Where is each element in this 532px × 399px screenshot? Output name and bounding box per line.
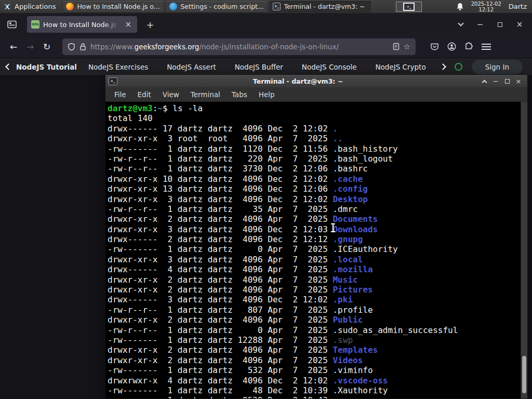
terminal-line: -rw-r--r-- 1 dartz dartz 35 Apr 7 2025 .… <box>108 204 519 214</box>
terminal-line: drwxr-xr-x 3 root root 4096 Apr 7 2025 .… <box>108 134 519 143</box>
terminal-title: Terminal - dartz@vm3: ~ <box>117 77 478 85</box>
terminal-content[interactable]: dartz@vm3:~$ ls -latotal 140drwx------ 1… <box>105 102 527 398</box>
workspace-terminal-thumbnail-icon: >_ <box>403 3 415 11</box>
maximize-icon <box>498 22 502 27</box>
terminal-line: -rw-r--r-- 1 dartz dartz 220 Apr 7 2025 … <box>108 154 519 164</box>
new-tab-button[interactable]: + <box>142 17 158 32</box>
taskbar-button-label: Settings - codium script... <box>180 3 263 10</box>
terminal-line: drwxr-xr-x 2 dartz dartz 4096 Apr 7 2025… <box>108 275 519 285</box>
panel-clock[interactable]: 2025-12-02 12:12 <box>471 1 501 12</box>
workspace-pager[interactable]: >_ <box>396 2 422 12</box>
firefox-view-icon <box>7 20 17 29</box>
terminal-line: -rw-rw-r-- 1 dartz dartz 9529 Dec 2 10:4… <box>108 395 519 398</box>
nav-item[interactable]: NodeJS Buffer <box>235 63 283 71</box>
taskbar-button-firefox[interactable]: How to Install Node.js o... <box>62 1 164 12</box>
list-all-tabs-button[interactable] <box>453 17 469 32</box>
terminal-maximize-button[interactable] <box>501 76 513 86</box>
window-close-button[interactable]: × <box>511 17 528 32</box>
reload-button[interactable]: ↻ <box>38 38 55 55</box>
terminal-line: drwxr-xr-x 3 dartz dartz 4096 Dec 2 12:0… <box>108 194 519 204</box>
terminal-line: -rw-r--r-- 1 dartz dartz 3730 Dec 2 12:0… <box>108 164 519 174</box>
terminal-line: drwxr-xr-x 2 dartz dartz 4096 Apr 7 2025… <box>108 214 519 224</box>
window-minimize-button[interactable]: − <box>472 17 488 32</box>
terminal-line: drwxr-xr-x 3 dartz dartz 4096 Dec 2 12:0… <box>108 224 519 234</box>
nav-item[interactable]: NodeJS Assert <box>167 63 216 71</box>
terminal-menu-item[interactable]: Tabs <box>226 90 253 99</box>
url-path: /node-js/installation-of-node-js-on-linu… <box>199 43 339 51</box>
reader-view-icon[interactable] <box>393 43 400 50</box>
chevron-down-icon <box>458 20 463 26</box>
window-maximize-button[interactable] <box>491 17 508 32</box>
menu-hamburger-icon[interactable] <box>482 44 491 50</box>
terminal-menu-item[interactable]: File <box>109 90 132 99</box>
clock-time: 12:12 <box>471 7 501 12</box>
back-button[interactable]: ← <box>5 38 22 55</box>
nav-items: NodeJS ExercisesNodeJS AssertNodeJS Buff… <box>88 63 440 71</box>
terminal-scrollbar-thumb[interactable] <box>522 356 526 393</box>
bookmark-star-icon[interactable]: ☆ <box>404 42 410 51</box>
terminal-menubar: FileEditViewTerminalTabsHelp <box>105 87 527 102</box>
terminal-menu-item[interactable]: View <box>157 90 185 99</box>
nav-scroll-right-icon[interactable] <box>440 63 446 70</box>
browser-tab[interactable]: GfG How to Install Node.js on × <box>27 16 137 33</box>
applications-label: Applications <box>15 3 56 10</box>
url-scheme: https://www. <box>90 43 135 51</box>
browser-tab-bar: GfG How to Install Node.js on × + − × <box>0 14 532 35</box>
sign-in-button[interactable]: Sign In <box>472 60 523 74</box>
taskbar-button-codium[interactable]: Settings - codium script... <box>166 1 268 12</box>
pocket-icon[interactable] <box>430 43 439 51</box>
terminal-menu-item[interactable]: Terminal <box>185 90 226 99</box>
tracking-shield-icon[interactable] <box>68 43 75 51</box>
terminal-menu-item[interactable]: Help <box>253 90 281 99</box>
terminal-menu-item[interactable]: Edit <box>132 90 157 99</box>
terminal-line: dartz@vm3:~$ ls -la <box>108 103 519 113</box>
url-bar[interactable]: https://www.geeksforgeeks.org/node-js/in… <box>62 38 416 55</box>
lock-icon[interactable] <box>79 43 86 51</box>
terminal-rollup-button[interactable] <box>478 76 490 86</box>
terminal-line: drwx------ 4 dartz dartz 4096 Apr 7 2025… <box>108 264 519 274</box>
terminal-line: total 140 <box>108 113 519 123</box>
nav-item[interactable]: NodeJS Console <box>302 63 357 71</box>
applications-menu-button[interactable]: Applications <box>0 0 61 13</box>
terminal-line: drwxr-xr-x 2 dartz dartz 4096 Apr 7 2025… <box>108 345 519 355</box>
nav-item[interactable]: NodeJS Crypto <box>376 63 426 71</box>
terminal-line: drwxr-xr-x 3 dartz dartz 4096 Apr 7 2025… <box>108 255 519 264</box>
terminal-line: -rw------- 1 dartz dartz 48 Dec 2 10:39 … <box>108 385 519 395</box>
terminal-line: -rw------- 1 dartz dartz 1120 Dec 2 11:5… <box>108 144 519 154</box>
terminal-icon: >_ <box>109 77 117 85</box>
terminal-line: drwxr-xr-x 2 dartz dartz 4096 Apr 7 2025… <box>108 285 519 295</box>
taskbar-button-label: Terminal - dartz@vm3: ~ <box>284 3 365 10</box>
terminal-minimize-button[interactable]: − <box>490 76 501 86</box>
terminal-line: drwx------ 2 dartz dartz 4096 Dec 2 12:1… <box>108 234 519 244</box>
extensions-icon[interactable] <box>464 42 473 51</box>
url-text: https://www.geeksforgeeks.org/node-js/in… <box>90 43 389 51</box>
browser-toolbar: ← → ↻ https://www.geeksforgeeks.org/node… <box>0 35 532 58</box>
distro-logo-icon <box>3 3 11 11</box>
account-icon[interactable] <box>447 42 456 51</box>
terminal-close-button[interactable]: × <box>513 76 524 86</box>
panel-user-label[interactable]: Dartz <box>509 3 527 10</box>
tab-close-icon[interactable]: × <box>123 20 133 29</box>
taskbar-button-terminal[interactable]: >_ Terminal - dartz@vm3: ~ <box>269 1 371 12</box>
terminal-titlebar[interactable]: >_ Terminal - dartz@vm3: ~ − × <box>105 75 527 87</box>
terminal-line: drwx------ 3 dartz dartz 4096 Dec 2 12:0… <box>108 295 519 304</box>
terminal-scrollbar[interactable] <box>521 102 527 398</box>
terminal-line: -rw-r--r-- 1 dartz dartz 0 Apr 7 2025 .s… <box>108 325 519 335</box>
notifications-bell-icon[interactable] <box>456 3 464 11</box>
forward-button[interactable]: → <box>22 38 38 55</box>
codium-icon <box>169 3 177 10</box>
search-icon[interactable] <box>455 63 462 71</box>
nav-item-tutorial[interactable]: NodeJS Tutorial <box>16 63 77 71</box>
terminal-line: drwxrwxr-x 4 dartz dartz 4096 Dec 2 12:0… <box>108 376 519 385</box>
nav-scroll-left-icon[interactable] <box>5 63 12 70</box>
firefox-icon <box>66 3 74 10</box>
chevron-up-icon <box>482 79 487 85</box>
firefox-view-button[interactable] <box>4 17 20 32</box>
terminal-line: -rw------- 1 dartz dartz 12288 Apr 7 202… <box>108 335 519 345</box>
terminal-window: >_ Terminal - dartz@vm3: ~ − × FileEditV… <box>105 74 528 399</box>
terminal-line: drwxr-xr-x 2 dartz dartz 4096 Apr 7 2025… <box>108 355 519 365</box>
top-panel: Applications How to Install Node.js o...… <box>0 0 532 14</box>
site-favicon: GfG <box>31 20 39 29</box>
terminal-line: -rw------- 1 dartz dartz 532 Apr 7 2025 … <box>108 365 519 375</box>
nav-item[interactable]: NodeJS Exercises <box>88 63 148 71</box>
